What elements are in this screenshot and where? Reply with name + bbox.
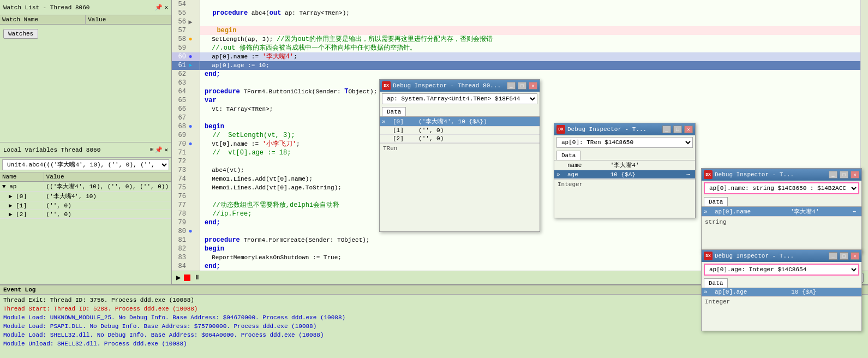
var-name: ▶ [1]: [0, 201, 44, 210]
debug-inspector-3-table: » ap[0].name '李大嘴4' ⋯: [702, 207, 861, 217]
line-num-79: 79: [172, 218, 200, 227]
line-num-57: 57: [172, 26, 200, 35]
close-btn-4[interactable]: ✕: [851, 252, 859, 260]
minimize-btn-1[interactable]: _: [507, 82, 516, 90]
local-dropdown-bar: Unit4.abc4((('李大嘴4', 10), ('', 0), ('', …: [0, 158, 171, 172]
code-line-54: [200, 0, 860, 9]
debug-inspector-1-table: » [0] ('李大嘴4', 10 {$A}) [1] ('', 0) [2] …: [380, 117, 540, 143]
pause-icon[interactable]: ⏸: [194, 273, 200, 282]
line-num-58: 58●: [172, 35, 200, 44]
watch-col-name: Watch Name: [0, 15, 86, 25]
expand-col: [380, 127, 391, 135]
line-num-54: 54: [172, 0, 200, 9]
line-num-62: 62: [172, 70, 200, 79]
value-col: ('', 0): [416, 127, 540, 135]
index-col: [1]: [391, 127, 416, 135]
value-col: 10 {$A}: [608, 170, 684, 179]
local-close-icon[interactable]: ✕: [164, 146, 168, 153]
debug-inspector-2-titlebar: DX Debug Inspector - T... _ □ ✕: [554, 123, 695, 135]
debug-inspector-2-type: Integer: [554, 179, 695, 189]
code-line-57: begin: [200, 26, 860, 35]
line-num-83: 83: [172, 253, 200, 262]
var-value: (('李大嘴4', 10), ('', 0), ('', 0)): [44, 182, 171, 192]
debug-inspector-2-tab-bar: Data: [554, 150, 695, 160]
table-row: ▼ ap (('李大嘴4', 10), ('', 0), ('', 0)): [0, 182, 171, 192]
index-col: [0]: [391, 117, 416, 127]
line-num-75: 75: [172, 183, 200, 192]
line-num-82: 82: [172, 244, 200, 253]
code-line-62: end;: [200, 70, 860, 79]
line-num-72: 72: [172, 157, 200, 166]
expand-col: »: [554, 170, 565, 179]
code-line-55: procedure abc4(out ap: TArray<TRen>);: [200, 9, 860, 17]
line-num-76: 76: [172, 192, 200, 201]
var-value: ('李大嘴4', 10): [44, 192, 171, 201]
dx-icon-1: DX: [382, 81, 391, 90]
line-num-66: 66: [172, 105, 200, 114]
debug-inspector-4-dropdown[interactable]: ap[0].age: Integer $14C8654: [704, 264, 859, 276]
local-pin-icon[interactable]: 📌: [155, 146, 163, 153]
watch-panel: Watch List - Thread 8060 📌 ✕ Watch Name …: [0, 0, 172, 142]
index-col: [2]: [391, 135, 416, 143]
close-btn-1[interactable]: ✕: [529, 82, 537, 90]
debug-inspector-1-data-tab[interactable]: Data: [382, 107, 406, 116]
log-line-6: Module Unload: SHELL32.dll. Process ddd.…: [3, 339, 865, 348]
expand-col: [554, 160, 565, 170]
line-num-68: 68●: [172, 122, 200, 131]
table-row[interactable]: » ap[0].age 10 {$A}: [702, 288, 861, 296]
maximize-btn-3[interactable]: □: [840, 171, 848, 178]
watch-pin-icon[interactable]: 📌: [155, 4, 163, 11]
line-num-77: 77: [172, 201, 200, 210]
stop-icon[interactable]: [184, 275, 190, 281]
code-line-61-active: ap[0].age := 10;: [200, 61, 860, 70]
debug-inspector-2-title: Debug Inspector - T...: [567, 126, 660, 133]
value-col: ('', 0): [416, 135, 540, 143]
debug-inspector-1-dropdown[interactable]: ap: System.TArray<Unit4.TRen> $18F544: [382, 93, 537, 104]
field-col: name: [565, 160, 608, 170]
local-resize-icon[interactable]: ⊞: [150, 146, 153, 153]
local-function-dropdown[interactable]: Unit4.abc4((('李大嘴4', 10), ('', 0), ('', …: [2, 159, 169, 170]
maximize-btn-4[interactable]: □: [840, 252, 848, 260]
value-col: ('李大嘴4', 10 {$A}): [416, 117, 540, 127]
code-line-60: ap[0].name := '李大嘴4';: [200, 52, 860, 61]
watch-close-icon[interactable]: ✕: [164, 4, 168, 11]
table-row[interactable]: [1] ('', 0): [380, 127, 540, 135]
debug-inspector-3-tab-bar: Data: [702, 196, 861, 207]
watch-table: Watch Name Value: [0, 15, 171, 25]
debug-inspector-4-type: Integer: [702, 296, 861, 307]
debug-inspector-2-data-tab[interactable]: Data: [556, 151, 580, 160]
value-col: '李大嘴4': [788, 207, 851, 217]
var-name: ▶ [0]: [0, 192, 44, 201]
table-row[interactable]: » ap[0].name '李大嘴4' ⋯: [702, 207, 861, 217]
maximize-btn-1[interactable]: □: [518, 82, 526, 90]
debug-inspector-4-data-tab[interactable]: Data: [704, 278, 728, 288]
debug-inspector-1-type: TRen: [380, 143, 540, 153]
code-line-58: SetLength(ap, 3); //因为out的作用主要是输出，所以需要再这…: [200, 35, 860, 44]
table-row[interactable]: » age 10 {$A} ⋯: [554, 170, 695, 179]
debug-inspector-3-data-tab[interactable]: Data: [704, 197, 728, 206]
close-btn-2[interactable]: ✕: [684, 126, 693, 133]
minimize-btn-4[interactable]: _: [829, 252, 837, 260]
dx-icon-3: DX: [704, 170, 713, 179]
watch-title: Watch List - Thread 8060: [3, 4, 89, 11]
value-col: '李大嘴4': [608, 160, 684, 170]
line-num-64: 64: [172, 87, 200, 96]
line-num-60: 60●: [172, 52, 200, 61]
code-line-56: [200, 17, 860, 26]
maximize-btn-2[interactable]: □: [673, 126, 682, 133]
minimize-btn-3[interactable]: _: [829, 171, 837, 178]
local-title: Local Variables Thread 8060: [3, 147, 100, 153]
watches-button[interactable]: Watches: [3, 29, 38, 39]
table-row[interactable]: name '李大嘴4': [554, 160, 695, 170]
value-col: 10 {$A}: [789, 288, 851, 296]
line-num-70: 70●: [172, 140, 200, 148]
debug-inspector-2: DX Debug Inspector - T... _ □ ✕ ap[0]: T…: [554, 123, 696, 218]
debug-inspector-3-dropdown[interactable]: ap[0].name: string $14C8650 : $14B2ACC: [704, 182, 859, 194]
debug-inspector-2-dropdown[interactable]: ap[0]: TRen $14C8650: [556, 137, 693, 148]
close-btn-3[interactable]: ✕: [851, 171, 859, 178]
table-row[interactable]: [2] ('', 0): [380, 135, 540, 143]
play-icon[interactable]: ▶: [176, 273, 181, 282]
table-row[interactable]: » [0] ('李大嘴4', 10 {$A}): [380, 117, 540, 127]
minimize-btn-2[interactable]: _: [662, 126, 671, 133]
expand-col: [380, 135, 391, 143]
